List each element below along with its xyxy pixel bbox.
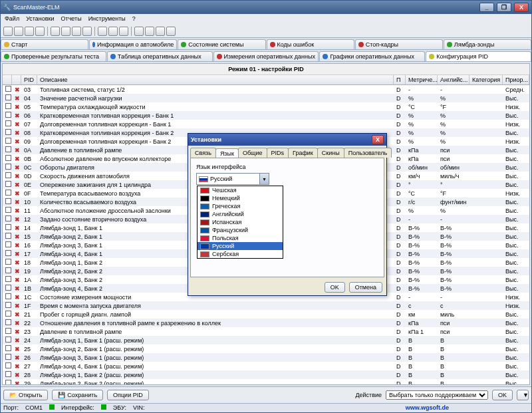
tab[interactable]: Коды ошибок	[267, 39, 354, 49]
table-row[interactable]: ✖05Температура охлаждающей жидкостиD°C°F…	[3, 102, 529, 111]
checkbox[interactable]	[5, 302, 11, 308]
tab[interactable]: Стоп-кадры	[355, 39, 443, 49]
checkbox[interactable]	[5, 354, 11, 360]
table-row[interactable]: ✖07Долговременная топливная коррекция - …	[3, 120, 529, 128]
table-row[interactable]: ✖27Лямбда-зонд 4, Банк 1 (расш. режим)DВ…	[3, 362, 529, 370]
table-row[interactable]: ✖06Кратковременная топливная коррекция -…	[3, 111, 529, 120]
dialog-tab[interactable]: Общие	[238, 148, 267, 158]
checkbox[interactable]	[5, 172, 11, 178]
checkbox[interactable]	[5, 155, 11, 161]
checkbox[interactable]	[5, 250, 11, 256]
col-prio[interactable]: Приор...	[503, 75, 529, 84]
table-row[interactable]: ✖23Давление в топливной рампеDкПа 1псиВы…	[3, 327, 529, 336]
menu-item[interactable]: Инструменты	[88, 15, 126, 23]
col-pid[interactable]: PID	[21, 75, 37, 84]
checkbox[interactable]	[5, 215, 11, 221]
dropdown-item[interactable]: Испанская	[198, 218, 283, 226]
toolbar-icon[interactable]	[134, 27, 144, 36]
tab[interactable]: Графики оперативных данных	[319, 51, 425, 61]
table-row[interactable]: ✖28Лямбда-зонд 1, Банк 2 (расш. режим)DВ…	[3, 370, 529, 379]
checkbox[interactable]	[5, 129, 11, 135]
language-combobox[interactable]: Русский ▼ ЧешскаяНемецкийГреческаяАнглий…	[196, 173, 269, 185]
tab[interactable]: Информация о автомобиле	[89, 39, 177, 49]
toolbar-icon[interactable]	[108, 27, 118, 36]
dropdown-item[interactable]: Французский	[198, 226, 283, 234]
checkbox[interactable]	[5, 198, 11, 204]
open-button[interactable]: 📂 Открыть	[3, 390, 48, 400]
menu-item[interactable]: Файл	[5, 15, 19, 23]
checkbox[interactable]	[5, 345, 11, 351]
minimize-button[interactable]: _	[479, 3, 494, 12]
dropdown-item[interactable]: Немецкий	[198, 194, 283, 202]
dialog-close-button[interactable]: X	[372, 135, 384, 144]
menu-item[interactable]: ?	[132, 15, 136, 23]
checkbox[interactable]	[5, 259, 11, 265]
toolbar-icon[interactable]	[3, 27, 13, 36]
tab[interactable]: Старт	[1, 39, 88, 49]
checkbox[interactable]	[5, 293, 11, 299]
dialog-tab[interactable]: Пользователь	[344, 148, 392, 158]
dialog-cancel-button[interactable]: Отмена	[349, 282, 382, 293]
table-row[interactable]: ✖25Лямбда-зонд 2, Банк 1 (расш. режим)DВ…	[3, 344, 529, 353]
checkbox[interactable]	[5, 138, 11, 144]
toolbar-icon[interactable]	[51, 27, 60, 36]
table-row[interactable]: ✖26Лямбда-зонд 3, Банк 1 (расш. режим)DВ…	[3, 353, 529, 362]
table-row[interactable]: ✖29Лямбда-зонд 2, Банк 2 (расш. режим)DВ…	[3, 379, 529, 384]
tab[interactable]: Лямбда-зонды	[444, 39, 531, 49]
checkbox[interactable]	[5, 190, 11, 196]
checkbox[interactable]	[5, 362, 11, 368]
close-button[interactable]: X	[514, 3, 529, 12]
save-button[interactable]: 💾 Сохранить	[52, 390, 103, 400]
checkbox[interactable]	[5, 86, 11, 92]
menu-item[interactable]: Отчеты	[61, 15, 82, 23]
pid-options-button[interactable]: Опции PID	[107, 390, 149, 400]
checkbox[interactable]	[5, 337, 11, 343]
dialog-tab[interactable]: Связь	[190, 148, 216, 158]
dialog-tab[interactable]: Язык	[215, 148, 239, 158]
dropdown-item[interactable]: Английский	[198, 210, 283, 218]
dropdown-item[interactable]: Русский	[198, 242, 283, 250]
bottom-ok-button[interactable]: OK	[492, 390, 513, 400]
checkbox[interactable]	[5, 311, 11, 317]
dialog-tab[interactable]: График	[288, 148, 318, 158]
checkbox[interactable]	[5, 146, 11, 152]
dropdown-item[interactable]: Польская	[198, 234, 283, 242]
maximize-button[interactable]: ❐	[497, 3, 511, 12]
checkbox[interactable]	[5, 276, 11, 282]
toolbar-icon[interactable]	[25, 27, 34, 36]
dialog-tab[interactable]: Скины	[317, 148, 344, 158]
table-row[interactable]: ✖22Отношение давления в топливной рампе …	[3, 319, 529, 327]
toolbar-icon[interactable]	[61, 27, 70, 36]
checkbox[interactable]	[5, 380, 11, 384]
dialog-tab[interactable]: PIDs	[267, 148, 289, 158]
table-row[interactable]: ✖03Топливная система, статус 1/2D--Средн…	[3, 85, 529, 94]
tab[interactable]: Проверенные результаты теста	[1, 51, 106, 61]
tab[interactable]: Измерения оперативных данных	[213, 51, 319, 61]
checkbox[interactable]	[5, 207, 11, 213]
tab[interactable]: Конфигурация PID	[426, 51, 531, 61]
toolbar-icon[interactable]	[14, 27, 23, 36]
tab[interactable]: Таблица оперативных данных	[107, 51, 213, 61]
col-eng[interactable]: Английс...	[438, 75, 469, 84]
checkbox[interactable]	[5, 120, 11, 126]
tab[interactable]: Состояние системы	[178, 39, 265, 49]
chevron-down-icon[interactable]: ▼	[259, 174, 269, 184]
dialog-ok-button[interactable]: OK	[325, 282, 345, 293]
table-row[interactable]: ✖04Значение расчетной нагрузкиD%%Выс.	[3, 94, 529, 102]
checkbox[interactable]	[5, 371, 11, 377]
col-metric[interactable]: Метриче...	[406, 75, 438, 84]
checkbox[interactable]	[5, 164, 11, 170]
toolbar-icon[interactable]	[82, 27, 92, 36]
table-row[interactable]: ✖21Пробег с горящей диагн. лампойDкммиль…	[3, 310, 529, 319]
col-p[interactable]: П	[394, 75, 406, 84]
checkbox[interactable]	[5, 103, 11, 109]
toolbar-icon[interactable]	[98, 27, 107, 36]
dropdown-item[interactable]: Греческая	[198, 202, 283, 210]
menu-item[interactable]: Установки	[26, 15, 54, 23]
toolbar-icon[interactable]	[35, 27, 45, 36]
toolbar-icon[interactable]	[72, 27, 81, 36]
status-url[interactable]: www.wgsoft.de	[406, 404, 449, 412]
checkbox[interactable]	[5, 328, 11, 334]
toolbar-icon[interactable]	[119, 27, 128, 36]
checkbox[interactable]	[5, 267, 11, 273]
